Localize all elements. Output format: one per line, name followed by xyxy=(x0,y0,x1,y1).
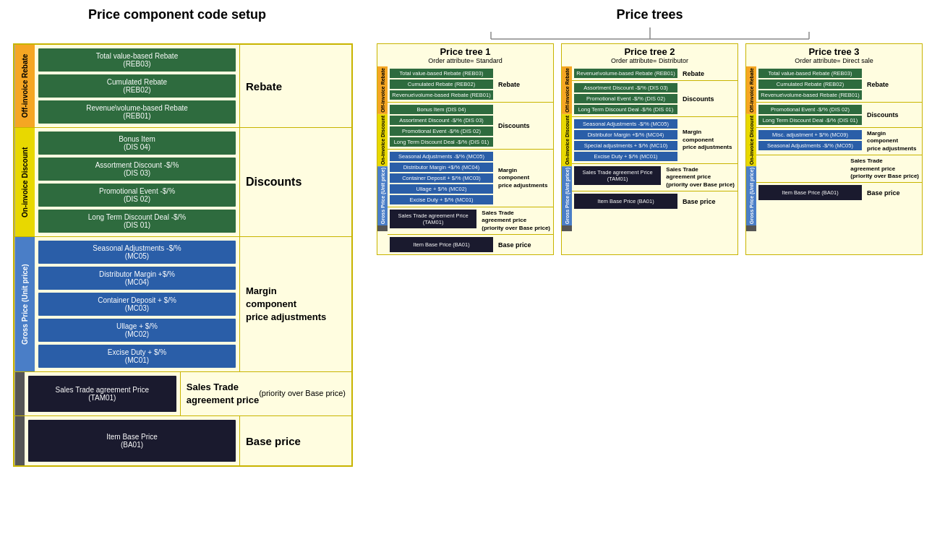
t3-reb01: Revenue\volume-based Rebate (REB01) xyxy=(758,90,862,100)
t1-dis02: Promotional Event -$/% (DIS 02) xyxy=(390,126,493,136)
tree2-margin-row: Seasonal Adjustments -$/% (MC05) Distrib… xyxy=(572,117,737,164)
t1-tam01: Sales Trade agreement Price (TAM01) xyxy=(390,210,476,228)
t1-rebate-label: Rebate xyxy=(495,66,553,102)
tree2-discount-blocks: Assortment Discount -$/% (DIS 03) Promot… xyxy=(572,81,680,116)
t2-mc05: Seasonal Adjustments -$/% (MC05) xyxy=(574,119,677,129)
tree2-margin-blocks: Seasonal Adjustments -$/% (MC05) Distrib… xyxy=(572,117,680,163)
t1-reb03: Total value-based Rebate (REB03) xyxy=(390,69,493,78)
tree3-margin-row: Misc. adjustment + $/% (MC09) Seasonal A… xyxy=(756,128,922,155)
tree1-base-vlabel xyxy=(377,228,388,231)
tree1-discount-vlabel: On-invoice Discount xyxy=(377,114,388,166)
t3-ba01: Item Base Price (BA01) xyxy=(758,185,862,200)
reb03-box: Total value-based Rebate(REB03) xyxy=(38,48,236,72)
tree2-base-blocks: Item Base Price (BA01) xyxy=(572,191,680,211)
rebate-row: Off-invoice Rebate Total value-based Reb… xyxy=(14,45,351,128)
mc05-box: Seasonal Adjustments -$/%(MC05) xyxy=(38,241,236,264)
tree2-subtitle: Order attribute= Distributor xyxy=(562,57,737,64)
t2-dis03: Assortment Discount -$/% (DIS 03) xyxy=(574,83,677,92)
discount-blocks: Bonus Item(DIS 04) Assortment Discount -… xyxy=(35,128,239,236)
right-title: Price trees xyxy=(354,0,945,26)
t2-mc04: Distributor Margin +$/% (MC04) xyxy=(574,130,677,139)
price-tree-3: Price tree 3 Order attribute= Direct sal… xyxy=(745,43,923,255)
tree1-rebate-blocks: Total value-based Rebate (REB03) Cumulat… xyxy=(388,66,495,102)
tree3-rows: Total value-based Rebate (REB03) Cumulat… xyxy=(756,66,922,231)
t1-mc03: Container Deposit + $/% (MC03) xyxy=(390,173,493,183)
tree1-margin-vlabel: Gross Price (Unit price) xyxy=(377,166,388,225)
price-setup-container: Off-invoice Rebate Total value-based Reb… xyxy=(13,43,353,467)
tree2-discount-vlabel: On-invoice Discount xyxy=(562,114,572,166)
t2-base-label: Base price xyxy=(680,191,737,211)
tree3-sales-blocks xyxy=(756,155,847,182)
tree1-subtitle: Order attribute= Standard xyxy=(377,57,553,64)
tree2-rebate-vlabel: Off-invoice Rebate xyxy=(562,66,572,114)
sales-trade-row: Sales Trade agreement Price(TAM01) Sales… xyxy=(14,372,351,416)
margin-label: Margincomponentprice adjustments xyxy=(239,237,351,371)
tree3-sales-row: Sales Tradeagreement price(priority over… xyxy=(756,155,922,183)
dis02-box: Promotional Event -$/%(DIS 02) xyxy=(38,184,236,207)
rebate-vlabel: Off-invoice Rebate xyxy=(14,45,35,127)
base-price-row: Item Base Price(BA01) Base price xyxy=(14,416,351,465)
tree2-body: Off-invoice Rebate On-invoice Discount G… xyxy=(562,66,737,231)
tree2-sales-row: Sales Trade agreement Price (TAM01) Sale… xyxy=(572,164,737,191)
t1-mc01: Excise Duty + $/% (MC01) xyxy=(390,195,493,204)
rebate-blocks: Total value-based Rebate(REB03) Cumulate… xyxy=(35,45,239,127)
t1-margin-label: Margincomponentprice adjustments xyxy=(495,150,553,207)
tree3-title: Price tree 3 xyxy=(746,44,922,57)
tree2-rows: Revenue\volume-based Rebate (REB01) Reba… xyxy=(572,66,737,231)
base-price-vlabel xyxy=(14,416,25,465)
tree3-base-vlabel xyxy=(746,228,756,231)
left-section: Off-invoice Rebate Total value-based Reb… xyxy=(6,43,360,474)
t1-discounts-label: Discounts xyxy=(495,103,553,149)
t2-mc01: Excise Duty + $/% (MC01) xyxy=(574,152,677,161)
t1-ba01: Item Base Price (BA01) xyxy=(390,237,493,252)
price-tree-2: Price tree 2 Order attribute= Distributo… xyxy=(561,43,738,255)
t3-reb02: Cumulated Rebate (REB02) xyxy=(758,79,862,89)
tree2-vlabels: Off-invoice Rebate On-invoice Discount G… xyxy=(562,66,572,231)
left-section-title-area: Price component code setup xyxy=(0,0,354,43)
tree3-margin-blocks: Misc. adjustment + $/% (MC09) Seasonal A… xyxy=(756,128,864,155)
t1-dis04: Bonus Item (DIS 04) xyxy=(390,105,493,114)
t1-reb02: Cumulated Rebate (REB02) xyxy=(390,79,493,89)
dis01-box: Long Term Discount Deal -$/%(DIS 01) xyxy=(38,210,236,233)
tree3-rebate-vlabel: Off-invoice Rebate xyxy=(746,66,756,114)
tree2-rebate-blocks: Revenue\volume-based Rebate (REB01) xyxy=(572,66,680,80)
tree3-rebate-row: Total value-based Rebate (REB03) Cumulat… xyxy=(756,66,922,103)
rebate-label: Rebate xyxy=(239,45,351,127)
tree1-title: Price tree 1 xyxy=(377,44,553,57)
tree3-subtitle: Order attribute= Direct sale xyxy=(746,57,922,64)
tree3-base-blocks: Item Base Price (BA01) xyxy=(756,183,864,202)
t2-tam01: Sales Trade agreement Price (TAM01) xyxy=(574,166,661,185)
t1-sales-label: Sales Tradeagreement price(priority over… xyxy=(479,207,553,234)
tree2-rebate-row: Revenue\volume-based Rebate (REB01) Reba… xyxy=(572,66,737,81)
t2-reb01: Revenue\volume-based Rebate (REB01) xyxy=(574,69,677,78)
t2-rebate-label: Rebate xyxy=(680,66,737,80)
price-trees-row: Price tree 1 Order attribute= Standard O… xyxy=(364,43,936,255)
t1-mc02: Ullage + $/% (MC02) xyxy=(390,184,493,194)
tree3-margin-vlabel: Gross Price (Unit price) xyxy=(746,166,756,225)
tree3-discount-row: Promotional Event -$/% (DIS 02) Long Ter… xyxy=(756,103,922,128)
tree3-body: Off-invoice Rebate On-invoice Discount G… xyxy=(746,66,922,231)
discount-vlabel: On-invoice Discount xyxy=(14,128,35,236)
bracket-svg xyxy=(411,26,889,42)
margin-blocks: Seasonal Adjustments -$/%(MC05) Distribu… xyxy=(35,237,239,371)
mc02-box: Ullage + $/%(MC02) xyxy=(38,319,236,342)
mc01-box: Excise Duty + $/%(MC01) xyxy=(38,345,236,368)
t3-base-label: Base price xyxy=(864,183,922,202)
price-tree-1: Price tree 1 Order attribute= Standard O… xyxy=(377,43,554,255)
tree2-margin-vlabel: Gross Price (Unit price) xyxy=(562,166,572,225)
reb01-box: Revenue\volume-based Rebate(REB01) xyxy=(38,100,236,124)
t2-discounts-label: Discounts xyxy=(680,81,737,116)
t2-ba01: Item Base Price (BA01) xyxy=(574,194,677,209)
tree2-title: Price tree 2 xyxy=(562,44,737,57)
right-section: Price tree 1 Order attribute= Standard O… xyxy=(360,43,939,262)
t3-discounts-label: Discounts xyxy=(864,103,922,127)
base-price-label: Base price xyxy=(239,416,351,465)
tree3-discount-blocks: Promotional Event -$/% (DIS 02) Long Ter… xyxy=(756,103,864,127)
t1-dis03: Assortment Discount -$/% (DIS 03) xyxy=(390,116,493,125)
margin-vlabel: Gross Price (Unit price) xyxy=(14,237,35,371)
t3-rebate-label: Rebate xyxy=(864,66,922,102)
t3-dis02: Promotional Event -$/% (DIS 02) xyxy=(758,105,862,114)
t2-sales-label: Sales Tradeagreement price(priority over… xyxy=(663,164,737,191)
sales-trade-blocks: Sales Trade agreement Price(TAM01) xyxy=(25,372,180,415)
t3-dis01: Long Term Discount Deal -$/% (DIS 01) xyxy=(758,116,862,125)
